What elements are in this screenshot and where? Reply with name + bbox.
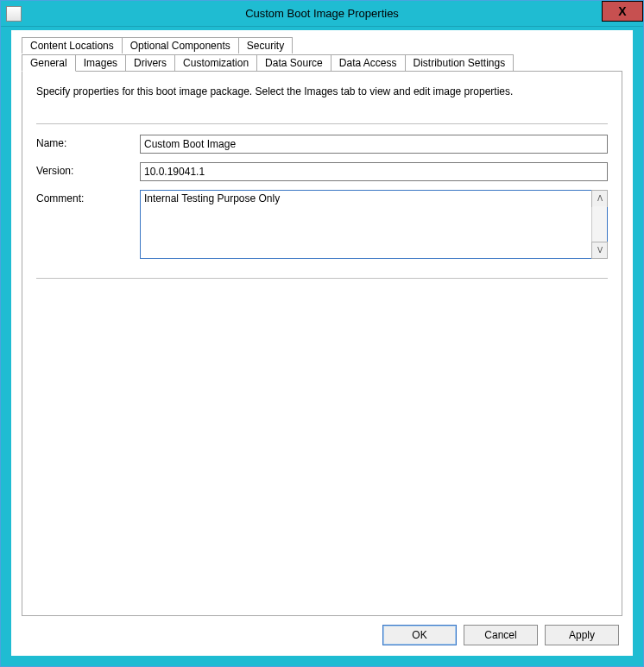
tab-drivers[interactable]: Drivers [125, 54, 175, 72]
tab-row-2: General Images Drivers Customization Dat… [22, 53, 622, 71]
tab-label: Data Source [265, 57, 323, 69]
close-button[interactable]: X [602, 1, 643, 22]
tab-label: Customization [183, 57, 249, 69]
cancel-button[interactable]: Cancel [464, 625, 538, 645]
tab-label: Distribution Settings [414, 57, 506, 69]
comment-field-wrap: ᐱ ᐯ [140, 190, 608, 259]
comment-textarea[interactable] [141, 191, 591, 258]
divider [36, 123, 608, 124]
comment-label: Comment: [36, 190, 140, 205]
tab-optional-components[interactable]: Optional Components [122, 37, 239, 53]
scroll-track[interactable] [592, 206, 607, 242]
window-body: Content Locations Optional Components Se… [1, 27, 643, 666]
version-label: Version: [36, 162, 140, 177]
close-icon: X [618, 4, 626, 18]
dialog-button-row: OK Cancel Apply [22, 616, 622, 645]
row-comment: Comment: ᐱ ᐯ [36, 190, 608, 259]
scroll-down-button[interactable]: ᐯ [591, 242, 608, 259]
tab-label: Content Locations [30, 40, 114, 52]
window-title: Custom Boot Image Properties [245, 7, 399, 20]
tab-row-1: Content Locations Optional Components Se… [22, 37, 622, 53]
row-name: Name: [36, 135, 608, 154]
dialog-window: Custom Boot Image Properties X Content L… [0, 0, 644, 667]
tab-images[interactable]: Images [75, 54, 126, 72]
name-input[interactable] [140, 135, 608, 154]
tab-label: Data Access [339, 57, 397, 69]
instruction-text: Specify properties for this boot image p… [36, 85, 608, 98]
chevron-up-icon: ᐱ [597, 194, 603, 203]
tab-label: Drivers [134, 57, 167, 69]
row-version: Version: [36, 162, 608, 181]
tab-distribution-settings[interactable]: Distribution Settings [405, 54, 515, 72]
titlebar[interactable]: Custom Boot Image Properties X [1, 1, 643, 27]
tab-label: Images [84, 57, 117, 69]
tab-strip: Content Locations Optional Components Se… [22, 37, 622, 71]
tab-label: Optional Components [130, 40, 230, 52]
version-input[interactable] [140, 162, 608, 181]
divider [36, 278, 608, 279]
comment-scrollbar: ᐱ ᐯ [591, 191, 607, 258]
tab-data-source[interactable]: Data Source [256, 54, 331, 72]
tab-security[interactable]: Security [238, 37, 293, 53]
tab-content-locations[interactable]: Content Locations [22, 37, 123, 53]
apply-button[interactable]: Apply [545, 625, 619, 645]
ok-button[interactable]: OK [382, 625, 457, 645]
name-label: Name: [36, 135, 140, 149]
system-menu-icon[interactable] [6, 6, 22, 22]
tab-data-access[interactable]: Data Access [331, 54, 406, 72]
tab-customization[interactable]: Customization [174, 54, 257, 72]
tab-label: Security [247, 40, 284, 52]
tab-general[interactable]: General [22, 54, 76, 72]
chevron-down-icon: ᐯ [597, 246, 603, 255]
tab-label: General [30, 57, 67, 69]
scroll-up-button[interactable]: ᐱ [591, 190, 608, 207]
tab-content-general: Specify properties for this boot image p… [22, 71, 622, 616]
